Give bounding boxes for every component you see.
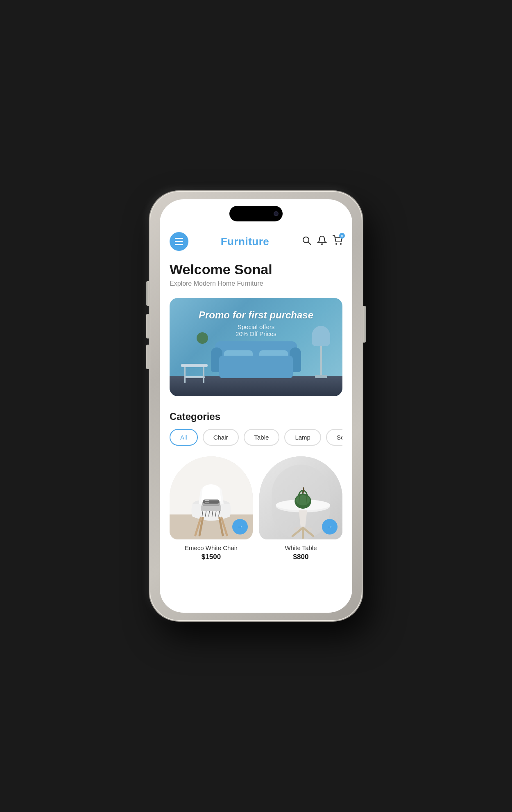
front-camera	[274, 211, 279, 216]
product-card-table[interactable]: White Table $800	[259, 456, 342, 561]
products-grid: Emeco White Chair $1500	[160, 450, 352, 571]
menu-button[interactable]	[170, 232, 188, 251]
plant-illustration	[197, 332, 208, 344]
product-price-table: $800	[293, 553, 309, 561]
promo-main-text: Promo for first purchase	[199, 309, 313, 321]
product-name-chair: Emeco White Chair	[185, 544, 238, 551]
svg-line-1	[308, 242, 310, 245]
phone-device: Furniture	[150, 191, 362, 621]
product-price-chair: $1500	[202, 553, 221, 561]
product-card-chair[interactable]: Emeco White Chair $1500	[170, 456, 253, 561]
categories-section: Categories All Chair Table Lamp Sofa	[160, 403, 352, 450]
category-chip-chair[interactable]: Chair	[203, 429, 239, 446]
welcome-title: Welcome Sonal	[170, 262, 342, 277]
svg-point-2	[336, 244, 337, 244]
product-arrow-chair[interactable]	[232, 519, 248, 535]
search-button[interactable]	[301, 235, 311, 248]
notifications-button[interactable]	[317, 235, 327, 248]
product-arrow-table[interactable]	[322, 519, 338, 535]
product-name-table: White Table	[285, 544, 317, 551]
dynamic-island	[229, 206, 283, 221]
header-actions: 0	[301, 235, 342, 248]
cart-button[interactable]: 0	[333, 235, 342, 248]
cart-badge: 0	[339, 233, 345, 239]
app-title: Furniture	[221, 235, 270, 248]
product-image-chair	[170, 456, 253, 539]
app-header: Furniture	[160, 228, 352, 255]
category-chip-table[interactable]: Table	[244, 429, 280, 446]
svg-rect-16	[201, 505, 221, 511]
category-chip-lamp[interactable]: Lamp	[284, 429, 321, 446]
floor-lamp-illustration	[312, 326, 330, 378]
hamburger-icon	[175, 238, 183, 245]
promo-banner[interactable]: Promo for first purchase Special offers …	[170, 298, 342, 396]
categories-scroll[interactable]: All Chair Table Lamp Sofa	[170, 429, 342, 446]
welcome-subtitle: Explore Modern Home Furniture	[170, 280, 342, 287]
screen-content[interactable]: Furniture	[160, 199, 352, 613]
product-image-table	[259, 456, 342, 539]
phone-screen: Furniture	[160, 199, 352, 613]
sofa-illustration	[211, 341, 301, 378]
welcome-section: Welcome Sonal Explore Modern Home Furnit…	[160, 255, 352, 291]
category-chip-all[interactable]: All	[170, 429, 198, 446]
svg-rect-13	[203, 500, 220, 504]
category-chip-sofa[interactable]: Sofa	[326, 429, 342, 446]
categories-title: Categories	[170, 411, 342, 422]
svg-point-3	[340, 244, 341, 244]
side-table-illustration	[181, 364, 208, 378]
promo-offer-text: 20% Off Prices	[236, 330, 276, 337]
promo-sub-text: Special offers	[238, 323, 275, 330]
promo-furniture-illustration	[170, 337, 342, 396]
